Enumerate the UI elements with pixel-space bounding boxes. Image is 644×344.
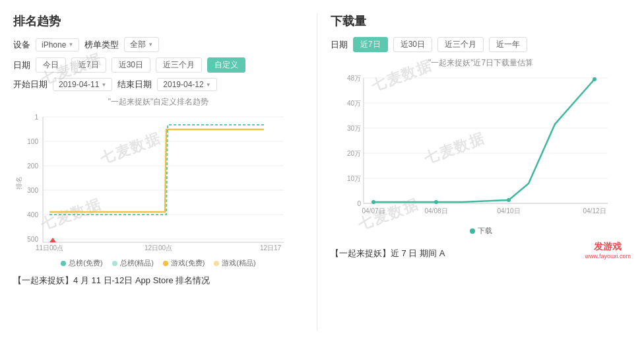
end-date-label: 结束日期 [117, 79, 152, 90]
ranking-chart-area: "一起来捉妖"自定义排名趋势 1 100 200 300 400 [13, 96, 304, 256]
right-caption: 【一起来捉妖】近 7 日 期间 A [331, 248, 445, 259]
date-label: 日期 [13, 59, 30, 71]
legend-total-free: 总榜(免费) [61, 258, 102, 268]
date-btn-custom[interactable]: 自定义 [207, 57, 245, 73]
ranking-chart: 1 100 200 300 400 500 排名 11日00点 12日00点 1… [13, 110, 290, 256]
device-filter-row: 设备 iPhone 榜单类型 全部 [13, 37, 304, 52]
svg-text:200: 200 [27, 162, 38, 170]
svg-text:500: 500 [27, 236, 38, 243]
logo-top: 发游戏 [594, 241, 622, 253]
svg-text:1: 1 [34, 114, 38, 121]
download-chart: 48万 40万 30万 20万 10万 0 04/07日 04/08日 04/1… [331, 71, 621, 223]
end-date-dropdown[interactable]: 2019-04-12 [157, 78, 216, 91]
svg-text:300: 300 [27, 187, 38, 194]
download-dot-3 [507, 198, 511, 202]
download-date-label: 日期 [331, 39, 348, 51]
download-btn-30[interactable]: 近30日 [393, 37, 432, 52]
device-value: iPhone [42, 40, 66, 50]
svg-text:排名: 排名 [15, 176, 22, 189]
svg-text:0: 0 [357, 200, 361, 207]
legend-dot-total-free [61, 261, 66, 266]
left-panel: 七麦数据 七麦数据 七麦数据 排名趋势 设备 iPhone 榜单类型 全部 日期… [0, 7, 317, 337]
left-panel-title: 排名趋势 [13, 13, 304, 29]
date-btn-7[interactable]: 近7日 [71, 57, 106, 73]
ranking-chart-title: "一起来捉妖"自定义排名趋势 [13, 96, 304, 108]
legend-dot-download [470, 228, 475, 234]
download-dot-4 [593, 77, 596, 81]
legend-total-quality: 总榜(精品) [112, 258, 154, 268]
download-chart-title: "一起来捉妖"近7日下载量估算 [331, 57, 631, 69]
svg-text:100: 100 [27, 138, 38, 145]
svg-text:04/10日: 04/10日 [497, 207, 520, 215]
chart-type-value: 全部 [130, 39, 146, 50]
legend-game-free: 游戏(免费) [163, 258, 205, 268]
download-dot-2 [434, 200, 438, 204]
svg-text:20万: 20万 [347, 150, 361, 157]
download-chart-area: "一起来捉妖"近7日下载量估算 48万 40万 30万 20万 10 [331, 57, 631, 223]
end-date-value: 2019-04-12 [163, 80, 203, 89]
download-btn-7[interactable]: 近7日 [353, 37, 388, 52]
download-line [373, 79, 595, 202]
start-date-value: 2019-04-11 [59, 80, 99, 89]
device-label: 设备 [13, 39, 30, 51]
svg-text:12日00点: 12日00点 [145, 244, 172, 252]
legend-game-quality: 游戏(精品) [214, 258, 255, 268]
marker-triangle [49, 238, 56, 242]
ranking-line-game-free [49, 129, 264, 212]
svg-text:04/07日: 04/07日 [362, 207, 385, 215]
svg-text:11日00点: 11日00点 [36, 244, 63, 252]
ranking-line-total-free [49, 125, 264, 215]
svg-text:04/12日: 04/12日 [583, 207, 606, 215]
legend-download: 下载 [470, 226, 492, 236]
start-date-label: 开始日期 [13, 79, 48, 90]
legend-dot-total-quality [112, 261, 117, 266]
date-btn-today[interactable]: 今日 [36, 57, 66, 73]
svg-text:10万: 10万 [347, 175, 361, 182]
left-caption: 【一起来捉妖】4 月 11 日-12日 App Store 排名情况 [13, 275, 304, 287]
date-btn-3m[interactable]: 近三个月 [156, 57, 202, 73]
svg-text:30万: 30万 [347, 125, 361, 132]
chart-type-label: 榜单类型 [84, 39, 119, 51]
logo-bottom: www.fayouxi.com [585, 253, 631, 259]
date-range-row: 开始日期 2019-04-11 结束日期 2019-04-12 [13, 78, 304, 91]
device-dropdown[interactable]: iPhone [36, 38, 79, 52]
legend-dot-game-quality [214, 261, 219, 266]
svg-text:04/08日: 04/08日 [424, 207, 447, 215]
footer-logo: 发游戏 www.fayouxi.com [585, 241, 631, 259]
svg-text:400: 400 [27, 211, 38, 219]
download-date-filter-row: 日期 近7日 近30日 近三个月 近一年 [331, 37, 631, 52]
svg-text:48万: 48万 [347, 75, 361, 82]
svg-text:12日17: 12日17 [260, 244, 282, 252]
download-btn-3m[interactable]: 近三个月 [437, 37, 484, 52]
svg-text:40万: 40万 [347, 100, 361, 107]
start-date-dropdown[interactable]: 2019-04-11 [53, 78, 112, 91]
download-legend: 下载 [331, 226, 631, 236]
legend-dot-game-free [163, 261, 168, 266]
chart-type-dropdown[interactable]: 全部 [124, 37, 159, 52]
right-panel: 七麦数据 七麦数据 七麦数据 下载量 日期 近7日 近30日 近三个月 近一年 … [317, 7, 644, 337]
download-btn-1y[interactable]: 近一年 [489, 37, 527, 52]
date-btn-30[interactable]: 近30日 [112, 57, 150, 73]
date-filter-row: 日期 今日 近7日 近30日 近三个月 自定义 [13, 57, 304, 73]
download-dot-1 [371, 200, 375, 204]
right-panel-title: 下载量 [331, 13, 631, 29]
ranking-legend: 总榜(免费) 总榜(精品) 游戏(免费) 游戏(精品) [13, 258, 304, 268]
